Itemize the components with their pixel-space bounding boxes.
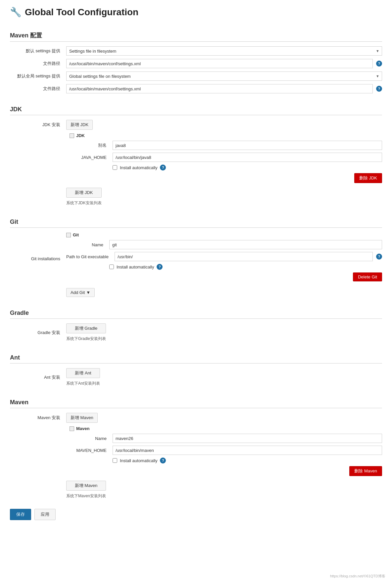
gradle-section: Gradle Gradle 安装 新增 Gradle 系统下Gradle安装列表 [10, 307, 382, 342]
git-dropdown-arrow-icon: ▼ [86, 290, 90, 295]
maven-sub-title: Maven [76, 426, 89, 431]
git-path-row: Path to Git executable /usr/bin/ ? [66, 252, 382, 261]
ant-install-row: Ant 安装 新增 Ant 系统下Ant安装列表 [10, 368, 382, 386]
default-global-settings-select[interactable]: Global settings file on filesystem [66, 72, 382, 81]
watermark: https://blog.csdn.net/©61QTD博客 [330, 574, 385, 579]
page-wrapper: 🔧 Global Tool Configuration Maven 配置 默认 … [0, 0, 392, 582]
git-name-input[interactable]: git [109, 240, 382, 249]
gradle-system-list-text: 系统下Gradle安装列表 [66, 336, 106, 342]
maven-install-label: Maven 安装 [10, 415, 63, 421]
save-button[interactable]: 保存 [10, 509, 31, 520]
delete-git-button[interactable]: Delete Git [353, 272, 382, 281]
default-global-settings-select-wrap: Global settings file on filesystem ▼ [66, 72, 382, 81]
jdk-sub-section: JDK 别名 java8 JAVA_HOME /usr/local/bin/ja… [70, 133, 382, 183]
jdk-drag-handle[interactable] [70, 133, 74, 138]
footer-buttons: 保存 应用 [10, 509, 382, 520]
default-settings-select-wrap: Settings file in filesystem ▼ [66, 46, 382, 56]
file-path-label2: 文件路径 [10, 86, 63, 92]
add-jdk-button2[interactable]: 新增 JDK [66, 188, 102, 198]
maven-install-section-title: Maven [10, 396, 382, 408]
add-jdk-button[interactable]: 新增 JDK [66, 120, 93, 130]
git-installations-row: Git installations Git Name git Path to G… [10, 232, 382, 285]
add-maven-button[interactable]: 新增 Maven [66, 413, 98, 423]
jdk-auto-install-row: Install automatically ? [113, 165, 382, 170]
delete-maven-button[interactable]: 删除 Maven [349, 466, 382, 476]
default-settings-label: 默认 settings 提供 [10, 48, 63, 54]
add-gradle-button[interactable]: 新增 Gradle [66, 323, 106, 333]
jdk-sub-header: JDK [70, 133, 382, 138]
git-auto-install-row: Install automatically ? [109, 264, 382, 270]
git-name-row: Name git [66, 240, 382, 249]
ant-section: Ant Ant 安装 新增 Ant 系统下Ant安装列表 [10, 352, 382, 386]
maven-home-row: MAVEN_HOME /usr/local/bin/maven [70, 446, 382, 455]
default-settings-select[interactable]: Settings file in filesystem [66, 46, 382, 56]
maven-auto-install-label: Install automatically [120, 458, 157, 463]
page-title: Global Tool Configuration [25, 7, 138, 18]
default-global-settings-row: 默认全局 settings 提供 Global settings file on… [10, 72, 382, 81]
jdk-alias-row: 别名 java8 [70, 141, 382, 150]
gradle-install-label: Gradle 安装 [10, 330, 63, 336]
maven-home-label: MAVEN_HOME [70, 448, 109, 453]
file-path-input2[interactable]: /usr/local/bin/maven/conf/settings.xml [66, 84, 373, 93]
jdk-install-label: JDK 安装 [10, 122, 63, 128]
add-git-button[interactable]: Add Git ▼ [66, 288, 95, 297]
jdk-section-title: JDK [10, 103, 382, 115]
maven-name-label: Name [70, 436, 109, 441]
apply-button[interactable]: 应用 [34, 509, 56, 520]
jdk-alias-label: 别名 [70, 142, 109, 148]
file-path-input1[interactable]: /usr/local/bin/maven/conf/settings.xml [66, 59, 373, 68]
maven-install-section: Maven Maven 安装 新增 Maven Maven Name maven… [10, 396, 382, 499]
jdk-add-bottom-row: 新增 JDK 系统下JDK安装列表 [10, 188, 382, 206]
git-sub-header: Git [66, 232, 382, 237]
page-title-row: 🔧 Global Tool Configuration [10, 7, 382, 21]
maven-system-list-text: 系统下Maven安装列表 [66, 493, 106, 499]
help-icon-1[interactable]: ? [376, 61, 382, 67]
git-name-label: Name [66, 242, 106, 247]
file-path-label1: 文件路径 [10, 61, 63, 67]
git-path-input[interactable]: /usr/bin/ [115, 252, 373, 261]
jdk-auto-install-checkbox[interactable] [113, 165, 117, 170]
maven-home-input[interactable]: /usr/local/bin/maven [113, 446, 382, 455]
help-icon-2[interactable]: ? [376, 86, 382, 92]
jdk-home-row: JAVA_HOME /usr/local/bin/java8 [70, 153, 382, 162]
maven-sub-header: Maven [70, 426, 382, 431]
git-section-title: Git [10, 216, 382, 228]
jdk-install-row: JDK 安装 新增 JDK [10, 120, 382, 130]
help-icon-git-auto[interactable]: ? [157, 264, 163, 270]
maven-install-row: Maven 安装 新增 Maven [10, 413, 382, 423]
maven-auto-install-checkbox[interactable] [113, 458, 117, 463]
maven-delete-row: 删除 Maven [70, 466, 382, 476]
maven-config-section: Maven 配置 默认 settings 提供 Settings file in… [10, 29, 382, 93]
help-icon-jdk[interactable]: ? [160, 165, 166, 170]
maven-name-row: Name maven26 [70, 434, 382, 443]
jdk-home-input[interactable]: /usr/local/bin/java8 [113, 153, 382, 162]
maven-name-input[interactable]: maven26 [113, 434, 382, 443]
add-maven-button2[interactable]: 新增 Maven [66, 481, 106, 491]
git-section: Git Git installations Git Name git Path … [10, 216, 382, 297]
help-icon-git-path[interactable]: ? [376, 254, 382, 260]
git-drag-handle[interactable] [66, 233, 71, 237]
add-ant-button[interactable]: 新增 Ant [66, 368, 100, 378]
git-installations-label: Git installations [10, 256, 63, 261]
maven-install-sub-section: Maven Name maven26 MAVEN_HOME /usr/local… [70, 426, 382, 476]
delete-jdk-button[interactable]: 删除 JDK [354, 173, 382, 183]
maven-add-bottom-row: 新增 Maven 系统下Maven安装列表 [10, 481, 382, 499]
jdk-home-label: JAVA_HOME [70, 155, 109, 160]
ant-system-list-text: 系统下Ant安装列表 [66, 381, 100, 386]
gradle-install-row: Gradle 安装 新增 Gradle 系统下Gradle安装列表 [10, 323, 382, 342]
git-sub-title: Git [73, 232, 79, 237]
default-global-settings-label: 默认全局 settings 提供 [10, 73, 63, 79]
file-path-row1: 文件路径 /usr/local/bin/maven/conf/settings.… [10, 59, 382, 68]
jdk-section: JDK JDK 安装 新增 JDK JDK 别名 java8 JAVA_HOME… [10, 103, 382, 206]
maven-drag-handle[interactable] [70, 426, 74, 431]
git-path-label: Path to Git executable [66, 254, 111, 259]
help-icon-maven[interactable]: ? [160, 458, 166, 463]
jdk-alias-input[interactable]: java8 [113, 141, 382, 150]
git-delete-row: Delete Git [66, 272, 382, 281]
gradle-section-title: Gradle [10, 307, 382, 319]
git-auto-install-checkbox[interactable] [109, 265, 114, 269]
jdk-sub-title: JDK [76, 133, 85, 138]
git-auto-install-label: Install automatically [117, 265, 154, 269]
maven-config-title: Maven 配置 [10, 29, 382, 42]
ant-section-title: Ant [10, 352, 382, 364]
